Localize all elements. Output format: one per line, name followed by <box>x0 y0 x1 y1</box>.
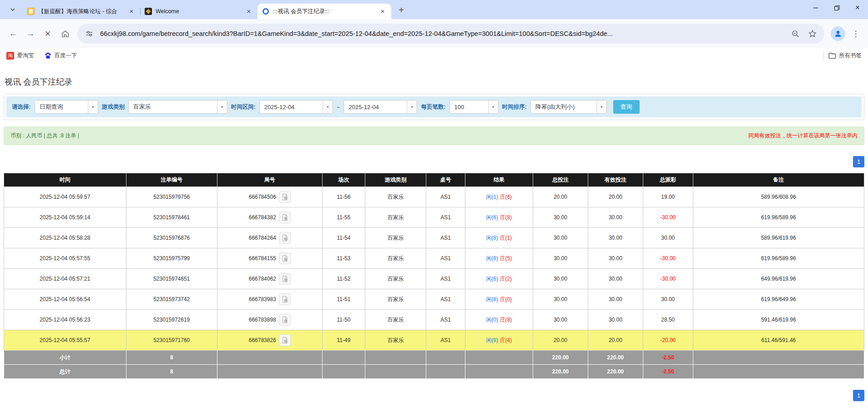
total-bet-link[interactable]: 30.00 <box>533 310 588 330</box>
tab-title: :::视讯 会员下注纪录::: <box>273 8 375 15</box>
game-type-select[interactable]: 百家乐 ▼ <box>128 100 227 114</box>
result-cell: 闲(6) 庄(2) <box>465 269 533 289</box>
filter-bar: 请选择: 日期查询 ▼ 游戏类别 百家乐 ▼ 时间区间: 2025-12-04 … <box>6 96 862 117</box>
note-cell: 619.96/589.96 <box>693 248 864 269</box>
round-id-cell: 666784062 <box>217 269 322 289</box>
total-bet-link[interactable]: 30.00 <box>533 228 588 248</box>
per-page-select[interactable]: 100 ▼ <box>449 100 499 114</box>
browser-tab-strip: 【新提醒】海燕策略论坛 - 综合 × Welcome × :::视讯 会员下注纪… <box>0 0 868 19</box>
stop-loading-icon[interactable]: × <box>40 26 56 41</box>
bookmarks-right: 所有书签 <box>823 51 862 60</box>
date-end-value: 2025-12-04 <box>344 104 407 111</box>
window-minimize-button[interactable] <box>805 0 826 15</box>
result-player: 闲(8) <box>486 255 498 262</box>
session-cell: 11-53 <box>322 248 365 269</box>
result-cell: 闲(6) 庄(8) <box>465 207 533 228</box>
replay-video-icon[interactable] <box>279 212 291 223</box>
replay-video-icon[interactable] <box>279 232 291 244</box>
total-bet-link[interactable]: 20.00 <box>533 187 588 207</box>
all-bookmarks-button[interactable]: 所有书签 <box>828 52 862 60</box>
browser-menu-icon[interactable]: ⋮ <box>849 27 863 40</box>
chevron-down-icon: ▼ <box>596 101 606 113</box>
bet-id-cell: 523015978461 <box>126 207 217 228</box>
url-text[interactable]: 66cxkj98.com/game/betrecord_search/kind3… <box>100 30 784 37</box>
result-banker: 庄(8) <box>500 214 512 221</box>
page-number-button[interactable]: 1 <box>853 156 864 167</box>
table-body: 2025-12-04 05:59:57 523015979756 6667845… <box>4 187 864 351</box>
game-type-cell: 百家乐 <box>365 207 426 228</box>
replay-video-icon[interactable] <box>279 191 291 203</box>
tab-search-chevron-icon[interactable] <box>6 3 19 16</box>
session-cell: 11-54 <box>322 228 365 248</box>
total-bet-link[interactable]: 30.00 <box>533 207 588 228</box>
address-bar[interactable]: 66cxkj98.com/game/betrecord_search/kind3… <box>77 24 824 44</box>
round-id-text: 666784382 <box>249 214 276 221</box>
tab-close-icon[interactable]: × <box>378 7 387 15</box>
window-restore-button[interactable] <box>826 0 847 15</box>
page-title: 视讯 会员下注纪录 <box>5 76 868 87</box>
filter-panel: 请选择: 日期查询 ▼ 游戏类别 百家乐 ▼ 时间区间: 2025-12-04 … <box>4 94 864 120</box>
query-type-select[interactable]: 日期查询 ▼ <box>35 100 98 114</box>
bet-time-cell: 2025-12-04 05:55:57 <box>4 330 126 351</box>
tab-welcome[interactable]: Welcome × <box>140 4 257 19</box>
window-controls: × <box>805 0 868 15</box>
home-button-icon[interactable] <box>57 26 73 41</box>
table-row: 2025-12-04 05:56:23 523015972619 6667838… <box>4 310 864 330</box>
date-end-select[interactable]: 2025-12-04 ▼ <box>343 100 417 114</box>
tab-close-icon[interactable]: × <box>245 7 253 15</box>
taobao-icon: 淘 <box>6 52 14 60</box>
bet-id-cell: 523015975799 <box>126 248 217 269</box>
page-number-button[interactable]: 1 <box>853 390 864 401</box>
replay-video-icon[interactable] <box>279 293 291 305</box>
valid-bet-cell: 30.00 <box>588 289 643 310</box>
all-bookmarks-label: 所有书签 <box>839 52 862 60</box>
round-id-cell: 666783898 <box>217 310 322 330</box>
replay-video-icon[interactable] <box>279 273 291 285</box>
tab-bet-record-active[interactable]: :::视讯 会员下注纪录::: × <box>257 4 391 19</box>
result-player: 闲(0) <box>486 317 498 323</box>
window-close-button[interactable]: × <box>847 0 868 15</box>
chevron-down-icon: ▼ <box>323 101 333 113</box>
round-id-text: 666784506 <box>249 194 276 200</box>
column-header: 有效投注 <box>588 173 643 187</box>
payout-cell: -20.00 <box>643 330 693 351</box>
zoom-out-icon[interactable] <box>789 27 802 40</box>
folder-icon <box>828 52 836 59</box>
total-bet-link[interactable]: 30.00 <box>533 289 588 310</box>
bet-id-cell: 523015979756 <box>126 187 217 207</box>
replay-video-icon[interactable] <box>279 252 291 264</box>
game-type-cell: 百家乐 <box>365 228 426 248</box>
subtotal-label: 小计 <box>4 351 126 365</box>
result-banker: 庄(0) <box>500 296 512 302</box>
chevron-down-icon: ▼ <box>488 101 498 113</box>
new-tab-button[interactable]: + <box>395 4 408 16</box>
total-bet-link[interactable]: 30.00 <box>533 248 588 269</box>
forward-button-icon[interactable]: → <box>23 26 38 41</box>
bookmark-baidu[interactable]: 百度一下 <box>44 52 77 60</box>
total-bet-link[interactable]: 30.00 <box>533 269 588 289</box>
tab-forum[interactable]: 【新提醒】海燕策略论坛 - 综合 × <box>23 4 140 19</box>
replay-video-icon[interactable] <box>279 334 291 346</box>
sort-select[interactable]: 降幂(由大到小) ▼ <box>530 100 607 114</box>
bookmark-label: 百度一下 <box>55 52 77 60</box>
tab-close-icon[interactable]: × <box>127 7 136 15</box>
result-cell: 闲(8) 庄(0) <box>465 289 533 310</box>
subtotal-row: 小计 8 220.00 220.00 -2.50 <box>4 351 864 365</box>
date-start-select[interactable]: 2025-12-04 ▼ <box>259 100 333 114</box>
subtotal-count: 8 <box>126 351 217 365</box>
total-bet-link[interactable]: 20.00 <box>533 330 588 351</box>
replay-video-icon[interactable] <box>279 314 291 326</box>
note-cell: 649.96/619.96 <box>693 269 864 289</box>
game-type-cell: 百家乐 <box>365 248 426 269</box>
bookmark-star-icon[interactable] <box>806 27 819 40</box>
bookmark-aitaobao[interactable]: 淘 爱淘宝 <box>6 52 34 60</box>
round-id-text: 666783983 <box>249 296 276 302</box>
profile-avatar[interactable] <box>831 26 845 41</box>
baidu-paw-icon <box>44 52 52 60</box>
back-button-icon[interactable]: ← <box>5 26 21 41</box>
valid-bet-cell: 30.00 <box>588 248 643 269</box>
search-button[interactable]: 查询 <box>613 100 640 114</box>
table-row: 2025-12-04 05:58:28 523015976876 6667842… <box>4 228 864 248</box>
column-header: 局号 <box>217 173 322 187</box>
site-info-tune-icon[interactable] <box>83 27 96 40</box>
